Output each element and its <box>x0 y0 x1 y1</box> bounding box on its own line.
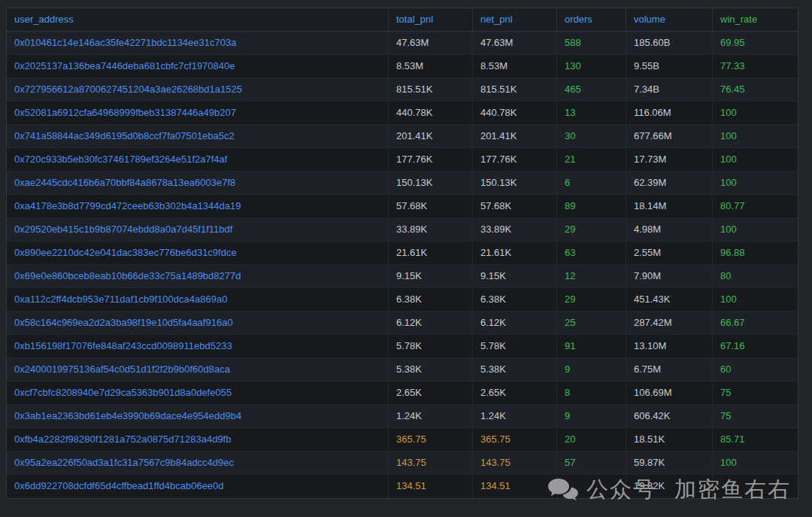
total-pnl-cell: 33.89K <box>389 218 473 241</box>
table-row: 0x29520eb415c1b9b87074ebdd8a0a7d45f1f11b… <box>7 218 798 242</box>
user-address-link[interactable]: 0xae2445cdc416b6a70bbf84a8678a13ea6003e7… <box>7 172 389 194</box>
orders-cell: 588 <box>557 32 626 54</box>
net-pnl-cell: 5.38K <box>473 358 557 381</box>
table-row: 0x890ee2210dc42e041dac383ec776be6d31c9fd… <box>7 242 798 265</box>
user-address-link[interactable]: 0x727956612a8700627451204a3ae26268bd1a15… <box>7 78 389 101</box>
total-pnl-cell: 21.61K <box>389 242 473 264</box>
net-pnl-cell: 440.78K <box>473 102 557 124</box>
volume-cell: 2.55M <box>626 242 713 264</box>
total-pnl-cell: 6.12K <box>389 312 473 334</box>
user-address-link[interactable]: 0x010461c14e146ac35fe42271bdc1134ee31c70… <box>7 32 389 54</box>
volume-cell: 677.66M <box>626 125 713 147</box>
user-address-link[interactable]: 0x29520eb415c1b9b87074ebdd8a0a7d45f1f11b… <box>7 218 389 241</box>
net-pnl-cell: 5.78K <box>473 335 557 357</box>
orders-cell: 30 <box>557 125 626 147</box>
orders-cell: 9 <box>557 358 626 381</box>
volume-cell: 106.69M <box>626 382 713 404</box>
user-address-link[interactable]: 0x6dd922708dcfdf65d4cffbead1ffd4bcab06ee… <box>7 475 389 498</box>
volume-cell: 62.39M <box>626 172 713 194</box>
win-rate-cell: 75 <box>713 405 798 427</box>
table-row: 0x2400019975136af54c0d51d1f2f2b9b0f60d8a… <box>7 358 798 382</box>
orders-cell: 89 <box>557 195 626 217</box>
user-address-link[interactable]: 0x890ee2210dc42e041dac383ec776be6d31c9fd… <box>7 242 389 264</box>
table-body: 0x010461c14e146ac35fe42271bdc1134ee31c70… <box>7 32 798 498</box>
win-rate-cell: 80.77 <box>713 195 798 217</box>
user-address-link[interactable]: 0xa4178e3b8d7799cd472ceeb63b302b4a1344da… <box>7 195 389 217</box>
user-address-link[interactable]: 0x52081a6912cfa64968999fbeb31387446a49b2… <box>7 102 389 124</box>
orders-cell: 29 <box>557 288 626 311</box>
table-row: 0x6dd922708dcfdf65d4cffbead1ffd4bcab06ee… <box>7 475 798 498</box>
orders-cell: 63 <box>557 242 626 264</box>
win-rate-cell: 100 <box>713 102 798 124</box>
table-row: 0x720c933b5eb30fc37461789ef3264e51f2a7f4… <box>7 148 798 172</box>
table-row: 0xae2445cdc416b6a70bbf84a8678a13ea6003e7… <box>7 172 798 195</box>
total-pnl-cell: 2.65K <box>389 382 473 404</box>
volume-cell: 9.55B <box>626 55 713 78</box>
win-rate-cell: 77.33 <box>713 55 798 78</box>
win-rate-cell: 100 <box>713 125 798 147</box>
volume-cell: 17.73M <box>626 148 713 171</box>
net-pnl-cell: 47.63M <box>473 32 557 54</box>
volume-cell: 6.75M <box>626 358 713 381</box>
total-pnl-cell: 9.15K <box>389 265 473 287</box>
total-pnl-cell: 134.51 <box>389 475 473 498</box>
volume-cell: 606.42K <box>626 405 713 427</box>
table-row: 0xcf7cbfc8208940e7d29ca5363b901d8a0defe0… <box>7 382 798 405</box>
net-pnl-cell: 2.65K <box>473 382 557 404</box>
total-pnl-cell: 365.75 <box>389 428 473 451</box>
column-header-volume[interactable]: volume <box>626 8 713 31</box>
win-rate-cell: 75 <box>713 382 798 404</box>
table-row: 0x3ab1ea2363bd61eb4e3990b69dace4e954edd9… <box>7 405 798 428</box>
net-pnl-cell: 8.53M <box>473 55 557 78</box>
orders-cell: 21 <box>557 148 626 171</box>
user-address-link[interactable]: 0x58c164c969ea2d2a3ba98f19e10d5fa4aaf916… <box>7 312 389 334</box>
orders-cell: 130 <box>557 55 626 78</box>
win-rate-cell: 100 <box>713 452 798 474</box>
column-header-win_rate[interactable]: win_rate <box>713 8 798 31</box>
orders-cell: 12 <box>557 265 626 287</box>
table-row: 0xa112c2ff4dcb953e711daf1cb9f100dca4a869… <box>7 288 798 312</box>
net-pnl-cell: 815.51K <box>473 78 557 101</box>
column-header-total_pnl[interactable]: total_pnl <box>389 8 473 31</box>
table-row: 0xa4178e3b8d7799cd472ceeb63b302b4a1344da… <box>7 195 798 218</box>
win-rate-cell: 100 <box>713 148 798 171</box>
user-address-link[interactable]: 0x3ab1ea2363bd61eb4e3990b69dace4e954edd9… <box>7 405 389 427</box>
column-header-net_pnl[interactable]: net_pnl <box>473 8 557 31</box>
user-address-link[interactable]: 0x2400019975136af54c0d51d1f2f2b9b0f60d8a… <box>7 358 389 381</box>
net-pnl-cell: 9.15K <box>473 265 557 287</box>
user-address-link[interactable]: 0x2025137a136bea7446deba681cbfc7cf197084… <box>7 55 389 78</box>
user-address-link[interactable]: 0x741a58844ac349d6195d0b8ccf7fa07501eba5… <box>7 125 389 147</box>
net-pnl-cell: 6.12K <box>473 312 557 334</box>
win-rate-cell: 66.67 <box>713 312 798 334</box>
volume-cell: 116.06M <box>626 102 713 124</box>
column-header-address[interactable]: user_address <box>7 8 389 31</box>
user-address-link[interactable]: 0x95a2ea226f50ad3a1fc31a7567c9b84adcc4d9… <box>7 452 389 474</box>
total-pnl-cell: 47.63M <box>389 32 473 54</box>
win-rate-cell: 60 <box>713 358 798 381</box>
volume-cell: 13.10M <box>626 335 713 357</box>
user-address-link[interactable]: 0xcf7cbfc8208940e7d29ca5363b901d8a0defe0… <box>7 382 389 404</box>
volume-cell: 7.34B <box>626 78 713 101</box>
user-address-link[interactable]: 0x69e0e860bceb8eab10b66de33c75a1489bd827… <box>7 265 389 287</box>
total-pnl-cell: 1.24K <box>389 405 473 427</box>
orders-cell: 57 <box>557 452 626 474</box>
user-address-link[interactable]: 0xb156198f17076fe848af243ccd0098911ebd52… <box>7 335 389 357</box>
user-address-link[interactable]: 0xa112c2ff4dcb953e711daf1cb9f100dca4a869… <box>7 288 389 311</box>
win-rate-cell: 67.16 <box>713 335 798 357</box>
user-address-link[interactable]: 0xfb4a2282f98280f1281a752a0875d71283a4d9… <box>7 428 389 451</box>
traders-table: user_addresstotal_pnlnet_pnlordersvolume… <box>6 8 798 499</box>
net-pnl-cell: 143.75 <box>473 452 557 474</box>
win-rate-cell: 69.95 <box>713 32 798 54</box>
volume-cell: 4.98M <box>626 218 713 241</box>
column-header-orders[interactable]: orders <box>557 8 626 31</box>
table-header-row: user_addresstotal_pnlnet_pnlordersvolume… <box>7 8 798 32</box>
user-address-link[interactable]: 0x720c933b5eb30fc37461789ef3264e51f2a7f4… <box>7 148 389 171</box>
volume-cell: 18.51K <box>626 428 713 451</box>
net-pnl-cell: 134.51 <box>473 475 557 498</box>
net-pnl-cell: 150.13K <box>473 172 557 194</box>
total-pnl-cell: 150.13K <box>389 172 473 194</box>
net-pnl-cell: 201.41K <box>473 125 557 147</box>
orders-cell: 9 <box>557 405 626 427</box>
win-rate-cell: 80 <box>713 265 798 287</box>
win-rate-cell: 76.45 <box>713 78 798 101</box>
